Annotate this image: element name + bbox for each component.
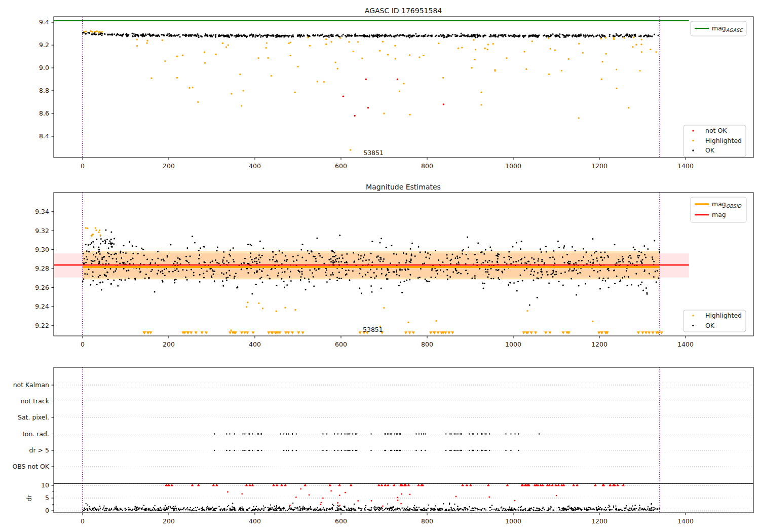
ok-point: [272, 251, 274, 253]
dr-clipped-marker: [461, 484, 464, 486]
ok-point: [647, 248, 649, 250]
dr-point: [484, 508, 485, 509]
clipped-low-marker: [284, 331, 287, 334]
dr-point: [624, 508, 625, 509]
dr-clipped-marker: [609, 484, 612, 486]
dr-point: [430, 508, 431, 509]
ok-point: [93, 33, 95, 35]
flag-point: [286, 450, 287, 451]
dr-point: [251, 510, 252, 511]
dr-point: [254, 510, 255, 511]
flag-point: [334, 433, 335, 434]
ok-point: [538, 278, 539, 279]
dr-point: [178, 508, 179, 509]
ok-point: [596, 35, 597, 37]
highlighted-point: [241, 105, 242, 106]
clipped-low-marker: [429, 331, 432, 334]
ok-point: [276, 259, 278, 261]
dr-point: [625, 507, 626, 508]
dr-point: [333, 505, 334, 506]
flag-point: [283, 450, 284, 451]
ok-point: [325, 272, 326, 273]
ok-point: [344, 262, 346, 263]
ok-point: [410, 259, 412, 261]
ok-point: [583, 248, 584, 250]
dr-point: [160, 507, 161, 508]
ok-point: [355, 33, 356, 35]
ok-point: [98, 249, 100, 250]
ok-point: [108, 243, 110, 244]
dr-point: [350, 508, 351, 509]
legend-dot-sample: [692, 149, 694, 151]
dr-point: [458, 510, 459, 511]
ok-point: [98, 251, 99, 253]
ok-point: [467, 36, 469, 37]
dr-point: [636, 508, 637, 509]
ok-point: [256, 262, 258, 264]
ok-point: [323, 262, 325, 264]
dr-point: [120, 508, 121, 509]
dr-point: [550, 507, 551, 508]
ok-point: [303, 34, 305, 36]
ok-point: [548, 36, 550, 37]
ok-point: [456, 270, 458, 272]
ok-point: [419, 277, 421, 278]
ok-point: [418, 35, 420, 37]
dr-point: [92, 509, 93, 510]
ok-point: [136, 246, 137, 247]
ok-point: [214, 271, 215, 272]
ok-point: [622, 261, 624, 262]
ok-point: [313, 256, 314, 257]
flag-point: [349, 433, 350, 434]
ok-point: [93, 254, 94, 255]
highlighted-point: [435, 320, 437, 322]
dr-point: [310, 507, 311, 508]
dr-point: [392, 509, 393, 510]
ok-point: [510, 263, 512, 264]
dr-point: [491, 505, 492, 506]
ok-point: [162, 280, 163, 281]
ok-point: [463, 249, 464, 250]
ok-point: [199, 281, 201, 283]
dr-tick-label: 5: [45, 494, 49, 502]
highlighted-point: [337, 68, 338, 69]
ok-point: [226, 272, 227, 274]
ok-point: [314, 35, 316, 36]
ok-point: [557, 35, 558, 36]
ok-point: [446, 36, 447, 37]
highlighted-point: [146, 42, 147, 44]
dr-point: [642, 508, 643, 509]
ok-point: [554, 258, 555, 260]
flag-point: [539, 433, 540, 434]
ok-point: [435, 277, 436, 278]
ok-point: [401, 292, 403, 293]
ok-point: [474, 254, 476, 255]
dr-point: [624, 510, 625, 511]
ok-point: [275, 261, 276, 262]
x-tick-label: 1000: [505, 340, 521, 348]
ok-point: [157, 258, 159, 259]
ok-point: [218, 262, 220, 264]
ok-point: [130, 259, 132, 260]
ok-point: [121, 279, 122, 281]
ok-point: [262, 35, 264, 36]
dr-point: [121, 509, 122, 510]
ok-point: [198, 250, 200, 251]
dr-point: [399, 508, 400, 509]
dr-point: [655, 508, 656, 509]
dr-point: [109, 509, 110, 510]
ok-point: [254, 272, 255, 274]
ok-point: [332, 260, 334, 261]
ok-point: [110, 268, 111, 270]
dr-point: [131, 510, 132, 511]
ok-point: [505, 34, 507, 35]
dr-point: [320, 509, 321, 510]
dr-point: [542, 508, 543, 509]
flag-point: [453, 450, 454, 451]
dr-point: [310, 506, 311, 507]
ok-point: [272, 259, 274, 260]
ok-point: [381, 287, 382, 289]
ok-point: [359, 287, 360, 289]
ok-point: [630, 35, 632, 37]
dr-point: [427, 508, 428, 509]
